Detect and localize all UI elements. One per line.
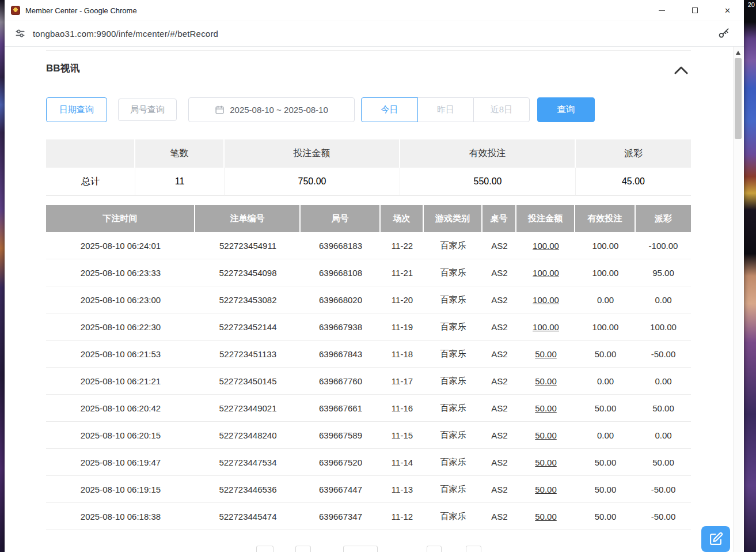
valid-bet-cell: 50.00 (575, 476, 636, 502)
round-id-cell: 639667661 (301, 395, 381, 421)
page-content: BB视讯 日期查询 局号查询 2025-08-10 ~ 2025-08-10 今… (5, 47, 734, 552)
round-id-cell: 639667938 (301, 313, 381, 340)
close-button[interactable]: ✕ (711, 0, 744, 21)
bet-record-row: 2025-08-10 06:20:42522723449021639667661… (46, 395, 691, 422)
round-id-cell: 639667589 (301, 422, 381, 448)
bet-id-cell: 522723450145 (195, 368, 301, 394)
valid-bet-cell: 50.00 (575, 503, 636, 530)
bet-amount-link[interactable]: 50.00 (516, 395, 575, 421)
bet-amount-link[interactable]: 100.00 (516, 259, 575, 286)
bet-time-cell: 2025-08-10 06:20:42 (46, 395, 195, 421)
bet-id-cell: 522723451133 (195, 341, 301, 367)
game-type-cell: 百家乐 (424, 503, 483, 530)
bet-amount-link[interactable]: 100.00 (516, 313, 575, 340)
page-scrollbar[interactable] (733, 47, 743, 552)
payout-cell: -50.00 (636, 341, 691, 367)
payout-cell: -50.00 (636, 476, 691, 502)
bet-record-row: 2025-08-10 06:22:30522723452144639667938… (46, 313, 691, 341)
session-cell: 11-18 (381, 341, 424, 367)
summary-value-cell: 750.00 (225, 168, 400, 196)
bet-id-cell: 522723447534 (195, 449, 301, 475)
bet-amount-link[interactable]: 100.00 (516, 286, 575, 313)
game-type-cell: 百家乐 (424, 395, 483, 421)
summary-header-cell: 派彩 (576, 139, 691, 168)
game-type-cell: 百家乐 (424, 368, 483, 394)
pagination-prev-button[interactable] (295, 546, 311, 552)
pagination-page-box[interactable] (343, 546, 378, 552)
bet-id-cell: 522723448240 (195, 422, 301, 448)
app-favicon (11, 6, 20, 15)
date-range-picker[interactable]: 2025-08-10 ~ 2025-08-10 (188, 97, 355, 122)
bet-record-row: 2025-08-10 06:18:38522723445474639667347… (46, 503, 691, 530)
bet-record-row: 2025-08-10 06:21:53522723451133639667843… (46, 341, 691, 368)
session-cell: 11-12 (381, 503, 424, 530)
round-query-tab[interactable]: 局号查询 (118, 99, 177, 121)
search-button[interactable]: 查询 (537, 97, 595, 122)
window-title: Member Center - Google Chrome (25, 6, 137, 15)
table-id-cell: AS2 (483, 313, 516, 340)
quick-last8days-button[interactable]: 近8日 (473, 97, 530, 122)
payout-cell: 0.00 (636, 422, 691, 448)
url-text[interactable]: tongbao31.com:9900/infe/mcenter/#/betRec… (33, 29, 218, 39)
payout-cell: 95.00 (636, 259, 691, 286)
password-key-icon[interactable] (717, 27, 730, 40)
bet-amount-link[interactable]: 50.00 (516, 503, 575, 530)
payout-cell: 50.00 (636, 395, 691, 421)
bet-amount-link[interactable]: 100.00 (516, 232, 575, 259)
bet-amount-link[interactable]: 50.00 (516, 422, 575, 448)
table-id-cell: AS2 (483, 368, 516, 394)
scrollbar-thumb[interactable] (735, 58, 742, 139)
summary-header-cell: 投注金额 (225, 139, 400, 168)
minimize-button[interactable] (645, 0, 678, 21)
pagination-last-button[interactable] (466, 546, 481, 552)
bet-record-row: 2025-08-10 06:19:15522723446536639667447… (46, 476, 691, 503)
bet-time-cell: 2025-08-10 06:18:38 (46, 503, 195, 530)
payout-cell: 0.00 (636, 368, 691, 394)
quick-bet-edit-fab[interactable] (701, 526, 730, 552)
bet-record-row: 2025-08-10 06:20:15522723448240639667589… (46, 422, 691, 449)
game-type-cell: 百家乐 (424, 476, 483, 502)
game-type-cell: 百家乐 (424, 232, 483, 259)
quick-yesterday-button[interactable]: 昨日 (417, 97, 474, 122)
summary-value-cell: 550.00 (400, 168, 576, 196)
collapse-section-button[interactable] (673, 64, 690, 77)
pagination-first-button[interactable] (256, 546, 273, 552)
scrollbar-up-icon[interactable] (736, 51, 740, 55)
table-id-cell: AS2 (483, 449, 516, 475)
bet-table-header-cell: 下注时间 (46, 205, 195, 232)
maximize-button[interactable] (678, 0, 711, 21)
bet-amount-link[interactable]: 50.00 (516, 341, 575, 367)
section-title: BB视讯 (46, 62, 80, 75)
game-type-cell: 百家乐 (424, 422, 483, 448)
table-id-cell: AS2 (483, 232, 516, 259)
bet-amount-link[interactable]: 50.00 (516, 449, 575, 475)
bet-time-cell: 2025-08-10 06:23:33 (46, 259, 195, 286)
bet-record-row: 2025-08-10 06:23:33522723454098639668108… (46, 259, 691, 286)
game-type-cell: 百家乐 (424, 286, 483, 313)
quick-today-button[interactable]: 今日 (361, 97, 418, 122)
bet-id-cell: 522723453082 (195, 286, 301, 313)
date-query-tab[interactable]: 日期查询 (46, 97, 107, 122)
bet-id-cell: 522723454911 (195, 232, 301, 259)
bet-amount-link[interactable]: 50.00 (516, 368, 575, 394)
quick-range-group: 今日昨日近8日 (361, 97, 530, 122)
site-settings-tune-icon[interactable] (14, 28, 26, 39)
minimize-icon (659, 10, 665, 11)
bet-table-header: 下注时间注单编号局号场次游戏类别桌号投注金额有效投注派彩 (46, 205, 691, 232)
bet-time-cell: 2025-08-10 06:19:47 (46, 449, 195, 475)
session-cell: 11-13 (381, 476, 424, 502)
bet-amount-link[interactable]: 50.00 (516, 476, 575, 502)
bet-record-row: 2025-08-10 06:23:00522723453082639668020… (46, 286, 691, 313)
pagination-next-button[interactable] (427, 546, 442, 552)
bet-id-cell: 522723454098 (195, 259, 301, 286)
payout-cell: -50.00 (636, 503, 691, 530)
session-cell: 11-14 (381, 449, 424, 475)
payout-cell: 100.00 (636, 313, 691, 340)
game-type-cell: 百家乐 (424, 449, 483, 475)
round-id-cell: 639668183 (301, 232, 381, 259)
bet-table-header-cell: 桌号 (483, 205, 516, 232)
summary-header-cell (46, 139, 135, 168)
bet-record-row: 2025-08-10 06:19:47522723447534639667520… (46, 449, 691, 476)
table-id-cell: AS2 (483, 259, 516, 286)
valid-bet-cell: 0.00 (575, 422, 636, 448)
